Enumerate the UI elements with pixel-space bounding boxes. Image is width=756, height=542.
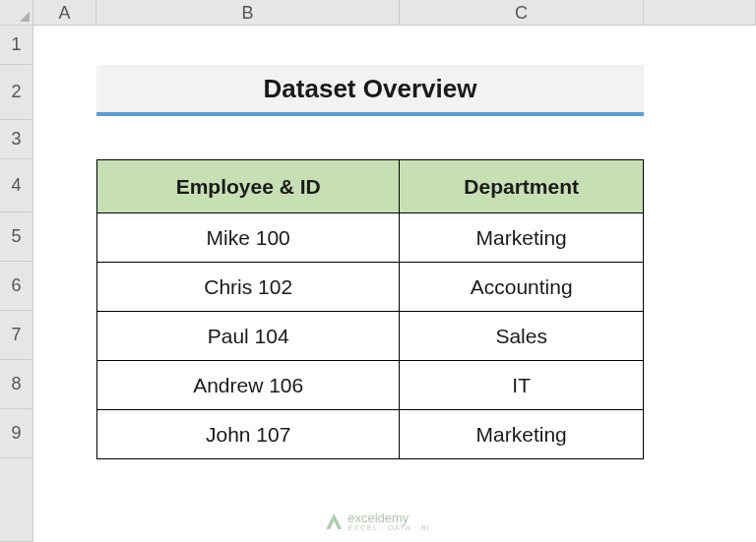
cell-department[interactable]: Sales — [400, 312, 644, 361]
table-row: Paul 104 Sales — [97, 312, 644, 361]
row-header-4[interactable]: 4 — [0, 159, 33, 212]
row-header-6[interactable]: 6 — [0, 262, 33, 311]
table-row: Mike 100 Marketing — [97, 213, 644, 263]
cells-area[interactable]: Dataset Overview Employee & ID Departmen… — [33, 26, 756, 542]
watermark: exceldemy EXCEL · DATA · BI — [326, 511, 430, 532]
header-employee-id[interactable]: Employee & ID — [97, 160, 400, 213]
cell-department[interactable]: Accounting — [400, 263, 644, 312]
table-row: John 107 Marketing — [97, 410, 644, 459]
row-header-next[interactable] — [0, 458, 33, 542]
cell-employee[interactable]: John 107 — [97, 410, 400, 459]
cell-employee[interactable]: Andrew 106 — [97, 361, 400, 410]
row-header-1[interactable]: 1 — [0, 26, 33, 65]
cell-employee[interactable]: Chris 102 — [97, 263, 400, 312]
watermark-tagline: EXCEL · DATA · BI — [347, 523, 430, 532]
table-header-row: Employee & ID Department — [97, 160, 644, 213]
watermark-text: exceldemy EXCEL · DATA · BI — [347, 511, 430, 532]
column-header-C[interactable]: C — [400, 0, 644, 26]
cell-department[interactable]: Marketing — [400, 410, 644, 459]
row-header-8[interactable]: 8 — [0, 360, 33, 409]
cell-employee[interactable]: Mike 100 — [97, 213, 400, 263]
title-merged-cell[interactable]: Dataset Overview — [96, 65, 644, 116]
row-header-9[interactable]: 9 — [0, 409, 33, 458]
cell-department[interactable]: IT — [400, 361, 644, 410]
cell-department[interactable]: Marketing — [400, 213, 644, 263]
select-all-corner[interactable] — [0, 0, 33, 26]
row-header-5[interactable]: 5 — [0, 212, 33, 262]
header-department[interactable]: Department — [400, 160, 644, 213]
data-table: Employee & ID Department Mike 100 Market… — [96, 159, 644, 459]
cell-employee[interactable]: Paul 104 — [97, 312, 400, 361]
table-row: Chris 102 Accounting — [97, 263, 644, 312]
table-body: Mike 100 Marketing Chris 102 Accounting … — [97, 213, 644, 459]
table-row: Andrew 106 IT — [97, 361, 644, 410]
row-header-7[interactable]: 7 — [0, 311, 33, 360]
watermark-logo-icon — [326, 513, 342, 529]
row-header-3[interactable]: 3 — [0, 120, 33, 159]
spreadsheet-grid: Dataset Overview Employee & ID Departmen… — [0, 0, 756, 542]
column-header-A[interactable]: A — [33, 0, 96, 26]
column-header-B[interactable]: B — [96, 0, 400, 26]
row-header-2[interactable]: 2 — [0, 65, 33, 120]
column-header-next[interactable] — [644, 0, 756, 26]
